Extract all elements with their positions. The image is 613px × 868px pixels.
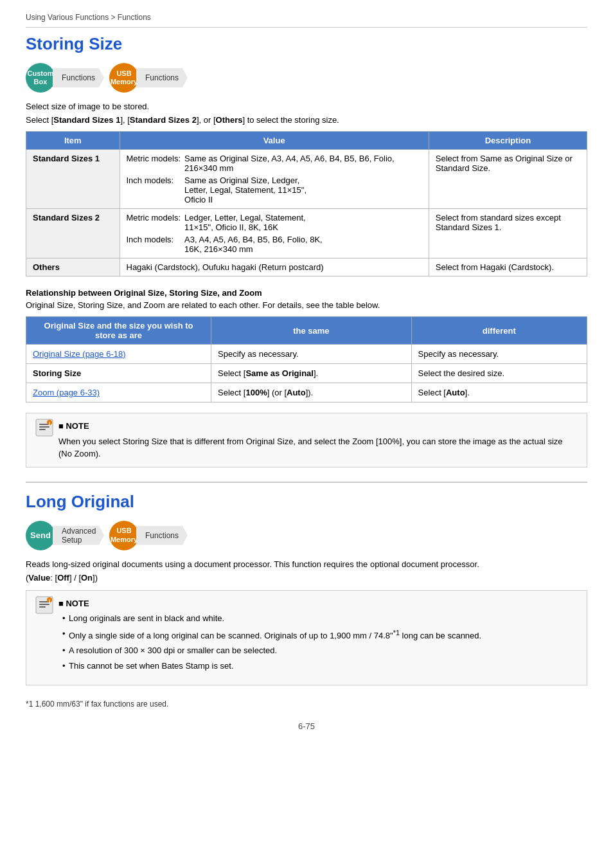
rel-same-original: Specify as necessary. — [211, 345, 412, 364]
table-row: Standard Sizes 1 Metric models:Same as O… — [26, 150, 587, 209]
item-standard1: Standard Sizes 1 — [26, 150, 120, 209]
send-badge: Send — [26, 521, 55, 550]
note-text: When you select Storing Size that is dif… — [58, 437, 563, 459]
page-number: 6-75 — [26, 721, 587, 731]
functions-arrow-3: Functions — [136, 526, 188, 545]
rel-row-storing-size: Storing Size — [26, 364, 211, 383]
col-value: Value — [120, 132, 429, 150]
long-original-value: (Value: [Off] / [On]) — [26, 573, 587, 583]
functions-arrow-1: Functions — [53, 68, 104, 87]
note-content: ■ NOTE When you select Storing Size that… — [58, 420, 578, 460]
usb-memory-badge-2: USBMemory — [109, 521, 139, 550]
note-header-label: ■ NOTE — [58, 420, 578, 433]
rel-diff-storing: Select the desired size. — [411, 364, 587, 383]
select-instruction: Select [Standard Sizes 1], [Standard Siz… — [26, 115, 587, 125]
table-row: Standard Sizes 2 Metric models:Ledger, L… — [26, 209, 587, 258]
storing-size-badge-row: CustomBox Functions USBMemory Functions — [26, 63, 587, 93]
desc-others: Select from Hagaki (Cardstock). — [429, 258, 587, 276]
long-original-note-content: ■ NOTE Long originals are sent in black … — [58, 597, 481, 679]
value-others: Hagaki (Cardstock), Oufuku hagaki (Retur… — [120, 258, 429, 276]
item-standard2: Standard Sizes 2 — [26, 209, 120, 258]
rel-same-zoom: Select [100%] (or [Auto]). — [211, 383, 412, 402]
note-icon: i — [35, 419, 53, 437]
value-standard1: Metric models:Same as Original Size, A3,… — [120, 150, 429, 209]
long-original-title: Long Original — [26, 492, 587, 512]
svg-rect-8 — [39, 604, 49, 605]
svg-rect-9 — [39, 606, 46, 608]
storing-size-note-box: i ■ NOTE When you select Storing Size th… — [26, 413, 587, 467]
svg-text:i: i — [49, 421, 50, 426]
long-original-badge-row: Send Advanced Setup USBMemory Functions — [26, 521, 587, 550]
rel-col-different: different — [411, 317, 587, 345]
footnote: *1 1,600 mm/63" if fax functions are use… — [26, 700, 587, 709]
rel-row-zoom[interactable]: Zoom (page 6-33) — [26, 383, 211, 402]
table-row: Storing Size Select [Same as Original]. … — [26, 364, 587, 383]
note-icon-2: i — [35, 596, 53, 614]
rel-col-original: Original Size and the size you wish tost… — [26, 317, 211, 345]
value-standard2: Metric models:Ledger, Letter, Legal, Sta… — [120, 209, 429, 258]
storing-size-table: Item Value Description Standard Sizes 1 … — [26, 131, 587, 276]
list-item: Long originals are sent in black and whi… — [62, 612, 481, 625]
note-bullet-list: Long originals are sent in black and whi… — [62, 612, 481, 672]
relationship-subtitle: Original Size, Storing Size, and Zoom ar… — [26, 300, 587, 310]
desc-standard2: Select from standard sizes except Standa… — [429, 209, 587, 258]
list-item: Only a single side of a long original ca… — [62, 628, 481, 642]
long-original-intro: Reads long-sized original documents usin… — [26, 559, 587, 569]
col-item: Item — [26, 132, 120, 150]
svg-text:i: i — [49, 598, 50, 602]
item-others: Others — [26, 258, 120, 276]
list-item: A resolution of 300 × 300 dpi or smaller… — [62, 644, 481, 657]
col-description: Description — [429, 132, 587, 150]
rel-diff-original: Specify as necessary. — [411, 345, 587, 364]
rel-same-storing: Select [Same as Original]. — [211, 364, 412, 383]
table-row: Original Size (page 6-18) Specify as nec… — [26, 345, 587, 364]
svg-rect-2 — [39, 426, 49, 428]
long-original-note-header: ■ NOTE — [58, 597, 481, 610]
svg-rect-3 — [39, 429, 46, 430]
storing-size-title: Storing Size — [26, 34, 587, 54]
desc-standard1: Select from Same as Original Size or Sta… — [429, 150, 587, 209]
relationship-title: Relationship between Original Size, Stor… — [26, 288, 587, 298]
usb-memory-badge-1: USBMemory — [109, 63, 139, 93]
table-row: Zoom (page 6-33) Select [100%] (or [Auto… — [26, 383, 587, 402]
table-row: Others Hagaki (Cardstock), Oufuku hagaki… — [26, 258, 587, 276]
breadcrumb: Using Various Functions > Functions — [26, 13, 587, 28]
long-original-note-box: i ■ NOTE Long originals are sent in blac… — [26, 590, 587, 686]
rel-col-same: the same — [211, 317, 412, 345]
section-divider — [26, 482, 587, 483]
functions-arrow-2: Functions — [136, 68, 188, 87]
custom-box-badge: CustomBox — [26, 63, 55, 93]
relationship-table: Original Size and the size you wish tost… — [26, 316, 587, 402]
storing-size-intro: Select size of image to be stored. — [26, 102, 587, 111]
rel-diff-zoom: Select [Auto]. — [411, 383, 587, 402]
list-item: This cannot be set when Bates Stamp is s… — [62, 660, 481, 673]
advanced-setup-arrow: Advanced Setup — [53, 526, 104, 545]
rel-row-original-size[interactable]: Original Size (page 6-18) — [26, 345, 211, 364]
